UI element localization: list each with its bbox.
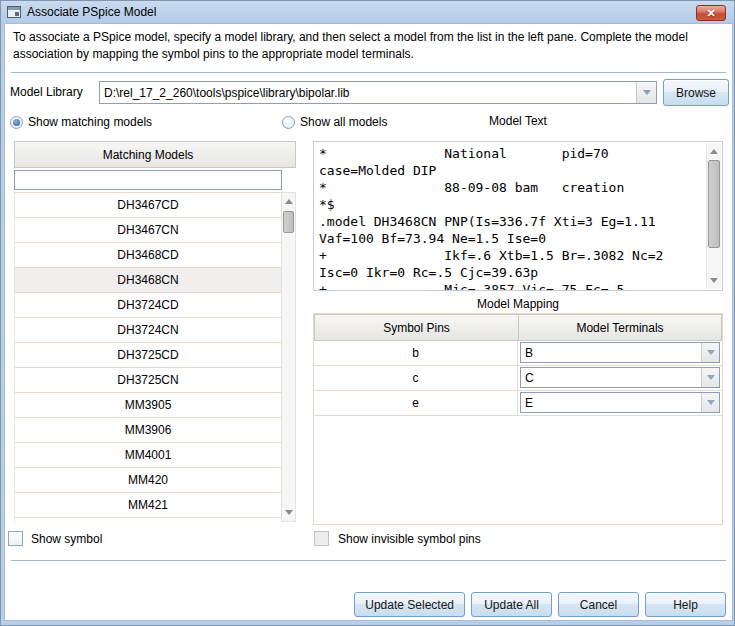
scroll-down-icon[interactable] bbox=[282, 505, 295, 520]
list-item[interactable]: MM4258 bbox=[15, 518, 281, 522]
associate-pspice-model-dialog: Associate PSpice Model ✕ To associate a … bbox=[0, 0, 735, 626]
list-item[interactable]: DH3725CN bbox=[15, 368, 281, 393]
model-mapping-header: Symbol Pins Model Terminals bbox=[314, 314, 722, 341]
instruction-text: To associate a PSpice model, specify a m… bbox=[13, 29, 727, 63]
list-item[interactable]: DH3724CN bbox=[15, 318, 281, 343]
symbol-pin: e bbox=[314, 391, 518, 415]
model-text-scrollbar[interactable] bbox=[706, 143, 721, 289]
instruction-line-1: To associate a PSpice model, specify a m… bbox=[13, 30, 688, 44]
scroll-up-icon[interactable] bbox=[707, 144, 721, 159]
model-text-label: Model Text bbox=[313, 114, 723, 128]
footer-buttons: Update SelectedUpdate AllCancelHelp bbox=[354, 592, 726, 617]
matching-models-list[interactable]: DH3467CDDH3467CNDH3468CDDH3468CNDH3724CD… bbox=[14, 192, 282, 522]
mapping-row: bB bbox=[314, 341, 722, 366]
list-item[interactable]: DH3468CN bbox=[15, 268, 281, 293]
show-symbol-checkbox[interactable] bbox=[8, 531, 23, 546]
chevron-down-icon[interactable] bbox=[701, 368, 719, 387]
model-library-combobox[interactable]: D:\rel_17_2_260\tools\pspice\library\bip… bbox=[99, 81, 657, 104]
window-title: Associate PSpice Model bbox=[27, 5, 156, 19]
model-mapping-rows: bBcCeE bbox=[314, 341, 722, 416]
chevron-down-icon[interactable] bbox=[701, 393, 719, 412]
terminal-combobox[interactable]: B bbox=[520, 342, 720, 363]
model-terminal-cell: E bbox=[518, 391, 722, 415]
model-text-content[interactable]: * National pid=70 case=Molded DIP * 88-0… bbox=[314, 142, 705, 290]
scroll-down-icon[interactable] bbox=[707, 273, 721, 288]
list-item[interactable]: DH3467CD bbox=[15, 193, 281, 218]
show-all-models-radio[interactable] bbox=[282, 116, 295, 129]
window-icon bbox=[7, 6, 21, 18]
show-invisible-symbol-pins-checkbox[interactable] bbox=[314, 531, 329, 546]
model-terminals-column-header: Model Terminals bbox=[518, 314, 722, 341]
title-bar[interactable]: Associate PSpice Model ✕ bbox=[1, 1, 734, 23]
scrollbar-thumb[interactable] bbox=[708, 160, 720, 248]
terminal-combobox[interactable]: E bbox=[520, 392, 720, 413]
scrollbar-thumb[interactable] bbox=[283, 211, 294, 233]
close-icon: ✕ bbox=[706, 8, 715, 19]
symbol-pin: c bbox=[314, 366, 518, 390]
dialog-body: To associate a PSpice model, specify a m… bbox=[4, 23, 733, 621]
model-terminal-cell: C bbox=[518, 366, 722, 390]
matching-models-header-corner bbox=[281, 141, 296, 168]
bottom-separator bbox=[11, 560, 726, 561]
terminal-value[interactable]: E bbox=[521, 396, 701, 410]
show-matching-models-label[interactable]: Show matching models bbox=[28, 115, 152, 129]
terminal-value[interactable]: C bbox=[521, 371, 701, 385]
cancel-button[interactable]: Cancel bbox=[558, 592, 639, 617]
model-library-label: Model Library bbox=[10, 85, 83, 99]
list-item[interactable]: MM421 bbox=[15, 493, 281, 518]
update-selected-button[interactable]: Update Selected bbox=[354, 592, 465, 617]
close-button[interactable]: ✕ bbox=[696, 5, 726, 21]
instruction-line-2: association by mapping the symbol pins t… bbox=[13, 47, 414, 61]
model-terminal-cell: B bbox=[518, 341, 722, 365]
list-item[interactable]: DH3467CN bbox=[15, 218, 281, 243]
symbol-pin: b bbox=[314, 341, 518, 365]
model-mapping-label: Model Mapping bbox=[313, 297, 723, 311]
model-library-value[interactable]: D:\rel_17_2_260\tools\pspice\library\bip… bbox=[100, 86, 636, 100]
mapping-row: eE bbox=[314, 391, 722, 416]
scroll-up-icon[interactable] bbox=[282, 194, 295, 209]
list-item[interactable]: DH3725CD bbox=[15, 343, 281, 368]
matching-models-header: Matching Models bbox=[14, 141, 282, 168]
matching-models-scrollbar[interactable] bbox=[281, 192, 296, 522]
terminal-value[interactable]: B bbox=[521, 346, 701, 360]
chevron-down-icon[interactable] bbox=[636, 82, 656, 103]
browse-button[interactable]: Browse bbox=[663, 79, 729, 106]
model-mapping-panel: Symbol Pins Model Terminals bBcCeE bbox=[313, 313, 723, 525]
list-item[interactable]: MM3906 bbox=[15, 418, 281, 443]
list-item[interactable]: MM4001 bbox=[15, 443, 281, 468]
update-all-button[interactable]: Update All bbox=[471, 592, 552, 617]
model-filter-input[interactable] bbox=[14, 170, 282, 190]
list-item[interactable]: MM3905 bbox=[15, 393, 281, 418]
show-invisible-symbol-pins-label: Show invisible symbol pins bbox=[338, 532, 481, 546]
model-text-panel: * National pid=70 case=Molded DIP * 88-0… bbox=[313, 141, 723, 291]
show-matching-models-radio[interactable] bbox=[10, 116, 23, 129]
list-item[interactable]: DH3724CD bbox=[15, 293, 281, 318]
show-symbol-label[interactable]: Show symbol bbox=[31, 532, 102, 546]
terminal-combobox[interactable]: C bbox=[520, 367, 720, 388]
symbol-pins-column-header: Symbol Pins bbox=[314, 314, 518, 341]
mapping-row: cC bbox=[314, 366, 722, 391]
list-item[interactable]: MM420 bbox=[15, 468, 281, 493]
chevron-down-icon[interactable] bbox=[701, 343, 719, 362]
list-item[interactable]: DH3468CD bbox=[15, 243, 281, 268]
top-separator bbox=[11, 72, 726, 73]
help-button[interactable]: Help bbox=[645, 592, 726, 617]
